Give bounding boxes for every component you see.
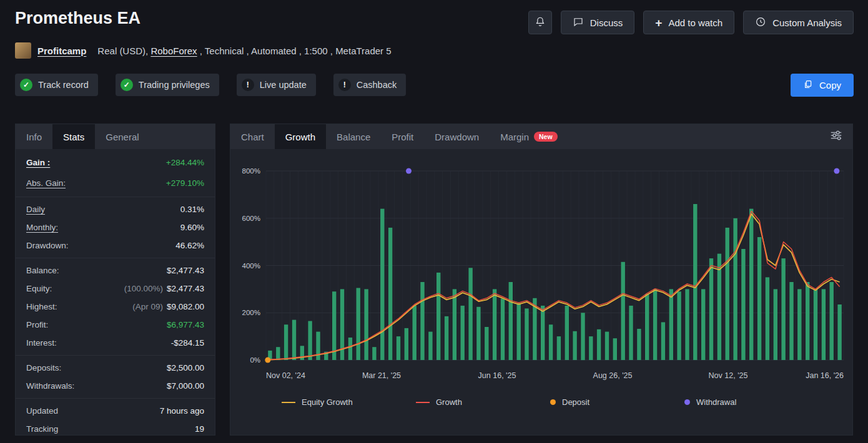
stat-value: 19: [195, 424, 204, 434]
stat-row: Tracking19: [16, 420, 215, 438]
stat-value: 9.60%: [180, 223, 204, 232]
page-title: Prometheus EA: [15, 9, 141, 28]
account-meta: Real (USD), RoboForex , Technical , Auto…: [97, 46, 391, 56]
svg-text:600%: 600%: [242, 215, 260, 222]
svg-text:Jan 16, '26: Jan 16, '26: [806, 371, 844, 380]
badge-label: Trading privileges: [139, 80, 210, 90]
stat-group: Deposits:$2,500.00Withdrawals:$7,000.00: [16, 356, 215, 399]
svg-text:Jun 16, '25: Jun 16, '25: [478, 371, 516, 380]
tab-info[interactable]: Info: [16, 124, 52, 149]
add-to-watch-label: Add to watch: [668, 17, 723, 28]
clock-icon: [755, 16, 766, 29]
stat-value: +279.10%: [166, 178, 204, 188]
stat-group: Updated7 hours agoTracking19: [16, 399, 215, 441]
badge-trading-privileges[interactable]: ✓ Trading privileges: [116, 74, 219, 96]
stat-value: 46.62%: [175, 241, 204, 250]
stat-value: $7,000.00: [167, 381, 204, 391]
growth-chart[interactable]: 0%200%400%600%800%Nov 02, '24Mar 21, '25…: [230, 149, 852, 397]
legend-label: Withdrawal: [696, 397, 736, 407]
check-icon: ✓: [20, 79, 32, 91]
chart-settings-button[interactable]: [820, 124, 852, 149]
badge-label: Cashback: [357, 80, 397, 90]
badge-track-record[interactable]: ✓ Track record: [15, 74, 98, 96]
stat-row: Abs. Gain:+279.10%: [16, 173, 215, 193]
legend-item-withdrawal[interactable]: Withdrawal: [684, 397, 819, 407]
legend-label: Deposit: [562, 397, 589, 407]
stat-value: 7 hours ago: [160, 406, 204, 416]
legend-label: Growth: [436, 397, 462, 407]
stat-value: (100.00%)$2,477.43: [124, 284, 204, 293]
tab-margin[interactable]: Margin New: [490, 124, 568, 149]
svg-text:Nov 02, '24: Nov 02, '24: [266, 371, 305, 380]
legend-item-growth[interactable]: Growth: [416, 397, 550, 407]
stat-value-prefix: (100.00%): [124, 284, 163, 293]
add-to-watch-button[interactable]: + Add to watch: [643, 11, 734, 34]
chat-icon: [573, 16, 584, 29]
svg-text:Nov 12, '25: Nov 12, '25: [709, 371, 748, 380]
stat-label: Drawdown:: [26, 241, 69, 250]
author-link[interactable]: Profitcamp: [37, 46, 86, 56]
discuss-button[interactable]: Discuss: [561, 11, 635, 34]
badge-label: Live update: [260, 80, 307, 90]
copy-icon: [803, 79, 813, 91]
margin-label: Margin: [500, 132, 529, 142]
legend-swatch: [282, 402, 295, 403]
stat-value: (Apr 09)$9,082.00: [132, 302, 204, 311]
account-details: , Technical , Automated , 1:500 , MetaTr…: [200, 46, 392, 56]
system-page: Prometheus EA Discuss + Add to watch Cus…: [0, 0, 868, 443]
stat-row: Withdrawals:$7,000.00: [16, 377, 215, 395]
tab-stats[interactable]: Stats: [52, 124, 95, 149]
legend-swatch: [416, 402, 430, 403]
stat-label[interactable]: Abs. Gain:: [26, 178, 66, 188]
legend-item-equity-growth[interactable]: Equity Growth: [282, 397, 416, 407]
copy-button[interactable]: Copy: [791, 74, 854, 97]
author-avatar[interactable]: [15, 42, 31, 59]
stat-row: Gain :+284.44%: [16, 152, 215, 173]
tab-profit[interactable]: Profit: [381, 124, 424, 149]
stat-label[interactable]: Gain :: [26, 158, 50, 167]
svg-text:800%: 800%: [242, 167, 260, 175]
stat-label: Interest:: [26, 338, 57, 348]
legend-swatch: [550, 399, 556, 405]
stat-label[interactable]: Monthly:: [26, 223, 58, 232]
tab-chart[interactable]: Chart: [230, 124, 275, 149]
legend-label: Equity Growth: [302, 397, 353, 407]
custom-analysis-label: Custom Analysis: [772, 17, 842, 28]
legend-item-deposit[interactable]: Deposit: [550, 397, 684, 407]
stat-group: Daily0.31%Monthly:9.60%Drawdown:46.62%: [16, 197, 215, 258]
broker-link[interactable]: RoboForex: [150, 46, 197, 56]
chart-tabbar: Chart Growth Balance Profit Drawdown Mar…: [230, 124, 852, 149]
custom-analysis-button[interactable]: Custom Analysis: [743, 11, 854, 34]
legend-swatch: [684, 399, 690, 405]
badge-live-update[interactable]: ! Live update: [237, 74, 316, 96]
tab-general[interactable]: General: [95, 124, 149, 149]
discuss-label: Discuss: [590, 17, 623, 28]
sliders-icon: [829, 129, 843, 145]
exclamation-icon: !: [338, 79, 351, 91]
stats-panel: Info Stats General Gain :+284.44%Abs. Ga…: [15, 124, 215, 436]
stat-value: $2,477.43: [167, 266, 204, 275]
stat-label: Equity:: [26, 284, 52, 293]
stat-label: Highest:: [26, 302, 57, 311]
tab-balance[interactable]: Balance: [326, 124, 381, 149]
stats-list: Gain :+284.44%Abs. Gain:+279.10%Daily0.3…: [16, 149, 215, 441]
notifications-button[interactable]: [528, 11, 552, 34]
stat-group: Gain :+284.44%Abs. Gain:+279.10%: [16, 149, 215, 197]
stat-group: Balance:$2,477.43Equity:(100.00%)$2,477.…: [16, 258, 215, 356]
stat-label[interactable]: Daily: [26, 205, 45, 214]
stat-row: Monthly:9.60%: [16, 218, 215, 236]
tab-growth[interactable]: Growth: [275, 124, 326, 149]
svg-text:200%: 200%: [242, 309, 260, 316]
stat-label: Deposits:: [26, 363, 61, 372]
badge-cashback[interactable]: ! Cashback: [333, 74, 406, 96]
stat-value: 0.31%: [180, 205, 204, 214]
copy-label: Copy: [819, 80, 841, 90]
exclamation-icon: !: [242, 79, 254, 91]
stat-row: Balance:$2,477.43: [16, 261, 215, 280]
tab-drawdown[interactable]: Drawdown: [424, 124, 490, 149]
stat-row: Profit:$6,977.43: [16, 316, 215, 334]
stat-label: Profit:: [26, 320, 48, 329]
svg-text:Aug 26, '25: Aug 26, '25: [593, 371, 633, 380]
stat-label: Withdrawals:: [26, 381, 74, 391]
stat-value: -$284.15: [171, 338, 204, 348]
